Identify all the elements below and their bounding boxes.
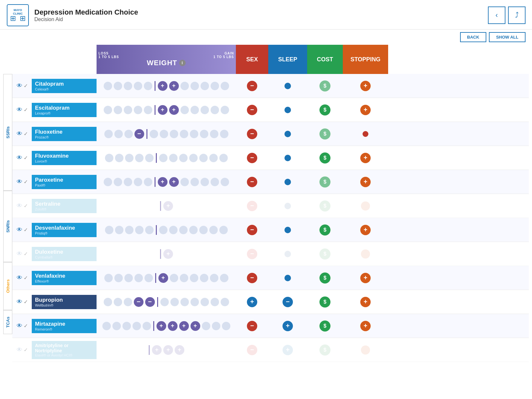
group-label-snris: SNRIs <box>3 191 12 262</box>
dot <box>144 82 152 90</box>
drug-brand-amitriptyline: Elavil® or Aventyl HCI® <box>35 353 93 357</box>
eye-icon-bupropion[interactable]: 👁 <box>17 298 22 305</box>
check-icon-fluoxetine[interactable]: ✓ <box>24 131 28 137</box>
weight-cell-bupropion: − − <box>97 297 236 307</box>
cost-cell-venlafaxine: $ <box>307 272 343 284</box>
drug-row-amitriptyline: 👁 ✓ Amitriptyline orNortriptyline Elavil… <box>12 338 529 362</box>
stopping-cell-fluvoxamine: + <box>343 153 388 163</box>
sleep-cell-fluoxetine <box>268 131 307 137</box>
sleep-cell-escitalopram <box>268 107 307 113</box>
cost-icon-amitriptyline: $ <box>319 345 330 356</box>
page-subtitle: Decision Aid <box>34 17 138 22</box>
check-icon-desvenlafaxine[interactable]: ✓ <box>24 227 28 233</box>
sex-minus-paroxetine: − <box>247 177 257 187</box>
drug-name-text-venlafaxine: Venlafaxine <box>35 273 93 279</box>
sleep-dot-sertraline <box>284 203 291 209</box>
eye-icon-mirtazapine[interactable]: 👁 <box>17 322 22 329</box>
eye-icon-duloxetine[interactable]: 👁 <box>17 250 22 257</box>
weight-main-label: WEIGHT i <box>147 59 186 67</box>
group-labels: SSRIs SNRIs Others TCAs <box>3 74 12 362</box>
stopping-plus-venlafaxine: + <box>360 273 371 283</box>
weight-info-icon[interactable]: i <box>179 60 186 66</box>
cost-icon-paroxetine: $ <box>319 176 330 187</box>
sleep-cell-fluvoxamine <box>268 155 307 161</box>
weight-cell-citalopram: + + <box>97 81 236 91</box>
check-icon-paroxetine[interactable]: ✓ <box>24 179 28 185</box>
exit-nav-button[interactable]: ⤴ <box>508 6 526 24</box>
drug-brand-bupropion: Wellbutrin® <box>35 303 93 307</box>
check-icon-venlafaxine[interactable]: ✓ <box>24 275 28 281</box>
eye-icon-sertraline[interactable]: 👁 <box>17 202 22 209</box>
loss-label: LOSS1 TO 5 LBS <box>98 52 119 59</box>
eye-icon-escitalopram[interactable]: 👁 <box>17 106 22 113</box>
check-icon-amitriptyline[interactable]: ✓ <box>24 347 28 353</box>
check-icon-bupropion[interactable]: ✓ <box>24 299 28 305</box>
drug-name-text-sertraline: Sertraline <box>35 201 93 207</box>
check-icon-escitalopram[interactable]: ✓ <box>24 107 28 113</box>
weight-dots-duloxetine: + <box>159 249 173 259</box>
drug-name-text-amitriptyline: Amitriptyline orNortriptyline <box>35 343 93 353</box>
sleep-cell-citalopram <box>268 83 307 89</box>
drug-name-amitriptyline: Amitriptyline orNortriptyline Elavil® or… <box>32 341 97 359</box>
sex-cell-bupropion: + <box>236 297 268 307</box>
stopping-plus-fluvoxamine: + <box>360 153 371 163</box>
cost-icon-duloxetine: $ <box>319 248 330 260</box>
cost-icon-escitalopram: $ <box>319 104 330 115</box>
stopping-plus-paroxetine: + <box>360 177 371 187</box>
eye-icon-amitriptyline[interactable]: 👁 <box>17 346 22 353</box>
weight-dots-bupropion: − − <box>104 297 229 307</box>
header: MAYO CLINIC ⊞ ⊞ Depression Medication Ch… <box>0 0 532 30</box>
sleep-cell-paroxetine <box>268 179 307 185</box>
eye-icon-venlafaxine[interactable]: 👁 <box>17 274 22 281</box>
eye-icon-fluvoxamine[interactable]: 👁 <box>17 154 22 161</box>
stopping-cell-sertraline <box>343 201 388 211</box>
eye-icon-desvenlafaxine[interactable]: 👁 <box>17 226 22 233</box>
row-icons-venlafaxine: 👁 ✓ <box>12 274 32 281</box>
sleep-dot-duloxetine <box>284 251 291 257</box>
sleep-cell-desvenlafaxine <box>268 227 307 233</box>
eye-icon-citalopram[interactable]: 👁 <box>17 82 22 89</box>
show-all-button[interactable]: SHOW ALL <box>489 32 526 42</box>
weight-dots-sertraline: + <box>159 201 173 211</box>
weight-cell-fluvoxamine <box>97 153 236 163</box>
drug-brand-paroxetine: Paxil® <box>35 183 93 187</box>
toolbar: BACK SHOW ALL <box>0 30 532 45</box>
drug-name-bupropion: Bupropion Wellbutrin® <box>32 295 97 309</box>
weight-cell-desvenlafaxine <box>97 225 236 235</box>
drug-row-escitalopram: 👁 ✓ Escitalopram Lexapro® <box>12 98 529 122</box>
drug-row-venlafaxine: 👁 ✓ Venlafaxine Effexor® <box>12 266 529 290</box>
check-icon-fluvoxamine[interactable]: ✓ <box>24 155 28 161</box>
stopping-cell-paroxetine: + <box>343 177 388 187</box>
row-icons-fluoxetine: 👁 ✓ <box>12 130 32 137</box>
drug-name-text-citalopram: Citalopram <box>35 81 93 87</box>
check-icon-duloxetine[interactable]: ✓ <box>24 251 28 257</box>
back-button[interactable]: BACK <box>460 32 487 42</box>
drug-row-fluoxetine: 👁 ✓ Fluoxetine Prozac® − <box>12 122 529 146</box>
dot <box>180 82 189 90</box>
check-icon-mirtazapine[interactable]: ✓ <box>24 323 28 329</box>
drug-brand-citalopram: Celexa® <box>35 87 93 91</box>
drug-row-mirtazapine: 👁 ✓ Mirtazapine Remeron® <box>12 314 529 338</box>
eye-icon-paroxetine[interactable]: 👁 <box>17 178 22 185</box>
cost-icon-mirtazapine: $ <box>319 320 330 332</box>
page-title: Depression Medication Choice <box>34 8 138 17</box>
drug-name-fluvoxamine: Fluvoxamine Luvox® <box>32 151 97 165</box>
header-left: MAYO CLINIC ⊞ ⊞ Depression Medication Ch… <box>6 4 138 27</box>
check-icon-sertraline[interactable]: ✓ <box>24 203 28 209</box>
drug-name-sertraline: Sertraline Zoloft® <box>32 199 97 213</box>
check-icon-citalopram[interactable]: ✓ <box>24 83 28 89</box>
sex-minus-fluvoxamine: − <box>247 153 257 163</box>
stopping-plus-citalopram: + <box>360 81 371 91</box>
sex-cell-duloxetine: − <box>236 249 268 259</box>
col-header-cost: COST <box>307 45 343 74</box>
sleep-dot-desvenlafaxine <box>284 227 291 233</box>
weight-cell-sertraline: + <box>97 201 236 211</box>
weight-dots-fluvoxamine <box>105 153 228 163</box>
sleep-dot-paroxetine <box>284 179 291 185</box>
row-icons-sertraline: 👁 ✓ <box>12 202 32 209</box>
cost-icon-fluoxetine: $ <box>319 128 330 139</box>
eye-icon-fluoxetine[interactable]: 👁 <box>17 130 22 137</box>
drug-name-mirtazapine: Mirtazapine Remeron® <box>32 319 97 333</box>
sleep-cell-amitriptyline: + <box>268 345 307 355</box>
back-nav-button[interactable]: ‹ <box>488 6 505 24</box>
